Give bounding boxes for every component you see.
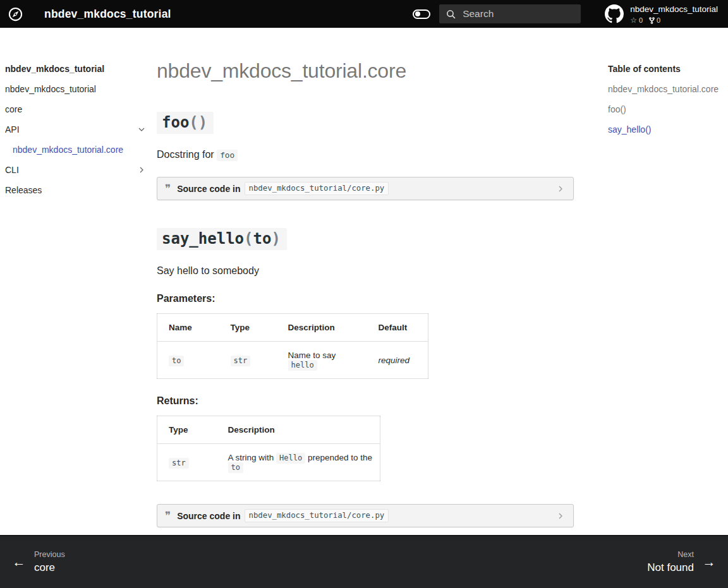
arrow-right-icon: → [694,555,724,570]
source-path-code: nbdev_mkdocs_tutorial/core.py [245,182,389,195]
foo-signature-heading: foo() [157,112,214,134]
expand-chevron-icon [555,184,566,194]
table-header-row: Name Type Description Default [157,314,428,342]
sidebar-item-api-core[interactable]: nbdev_mkdocs_tutorial.core [5,141,148,158]
next-label: Next [647,550,694,560]
table-header-row: Type Description [157,416,380,444]
toc-item-core[interactable]: nbdev_mkdocs_tutorial.core [608,81,728,97]
toggle-switch-icon [413,9,430,19]
inline-code-Hello: Hello [276,453,305,464]
article: nbdev_mkdocs_tutorial.core foo() Docstri… [153,28,574,535]
search-bar[interactable] [439,4,581,23]
table-row: to str Name to say hello required [157,342,428,379]
repo-stars-count: 0 [639,16,643,25]
github-icon [605,4,624,23]
toc-title: Table of contents [608,61,728,77]
parameters-table: Name Type Description Default to str Nam… [157,313,428,379]
previous-label: Previous [34,550,65,560]
previous-title: core [34,561,65,574]
sidebar-item-core[interactable]: core [5,101,148,117]
table-row: str A string with Hello prepended to the… [157,444,380,481]
return-type-code: str [169,458,189,469]
footer: ← Previous core Next Not found → [0,535,728,588]
search-icon [446,9,456,20]
foo-docstring: Docstring for foo [157,149,574,160]
say-hello-signature-heading: say_hello(to) [157,228,287,250]
expand-chevron-icon [555,511,566,521]
say-hello-description: Say hello to somebody [157,265,574,277]
quote-icon: ❞ [165,183,171,194]
inline-code-foo: foo [217,150,238,161]
quote-icon: ❞ [165,510,171,521]
sidebar-site-title[interactable]: nbdev_mkdocs_tutorial [5,61,148,77]
content-layout: nbdev_mkdocs_tutorial nbdev_mkdocs_tutor… [0,28,728,535]
page-title: nbdev_mkdocs_tutorial.core [157,59,574,83]
sidebar-item-cli[interactable]: CLI [5,162,148,178]
returns-label: Returns: [157,395,574,407]
sidebar-item-home[interactable]: nbdev_mkdocs_tutorial [5,81,148,97]
repo-forks-count: 0 [657,16,660,25]
search-input[interactable] [463,8,564,20]
theme-toggle[interactable] [413,9,430,19]
toc-item-say-hello[interactable]: say_hello() [608,121,728,138]
say-hello-source-details[interactable]: ❞ Source code in nbdev_mkdocs_tutorial/c… [157,504,574,527]
table-of-contents: Table of contents nbdev_mkdocs_tutorial.… [598,28,728,535]
header: nbdev_mkdocs_tutorial nbdev_mkdocs_tutor… [0,0,728,28]
star-icon: ☆ [630,16,637,24]
arrow-left-icon: ← [4,555,34,570]
sidebar-item-api[interactable]: API [5,121,148,138]
footer-next-link[interactable]: Next Not found → [647,550,724,575]
inline-code-to: to [228,462,243,473]
footer-previous-link[interactable]: ← Previous core [4,550,65,575]
chevron-down-icon [136,124,147,135]
inline-code-hello: hello [288,360,317,371]
source-path-code: nbdev_mkdocs_tutorial/core.py [245,509,389,522]
param-name-code: to [169,356,184,366]
fork-icon [649,17,655,24]
toc-item-foo[interactable]: foo() [608,101,728,117]
returns-table: Type Description str A string with Hello… [157,416,380,481]
param-default: required [367,342,428,379]
param-type-code: str [231,356,251,366]
repo-link[interactable]: nbdev_mkdocs_tutorial ☆ 0 0 [605,3,718,24]
foo-source-details[interactable]: ❞ Source code in nbdev_mkdocs_tutorial/c… [157,177,574,200]
chevron-right-icon [136,165,147,175]
site-logo-button[interactable] [5,0,30,28]
compass-logo-icon [8,6,23,22]
repo-name: nbdev_mkdocs_tutorial [630,4,718,14]
parameters-label: Parameters: [157,293,574,304]
next-title: Not found [647,561,694,574]
sidebar-item-releases[interactable]: Releases [5,182,148,198]
sidebar-nav: nbdev_mkdocs_tutorial nbdev_mkdocs_tutor… [0,28,153,535]
header-title[interactable]: nbdev_mkdocs_tutorial [44,8,171,21]
